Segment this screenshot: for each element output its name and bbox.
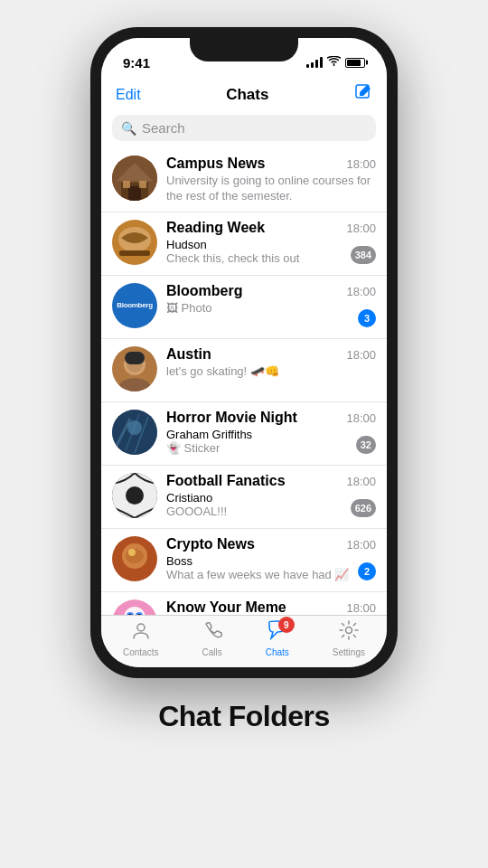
avatar-bloomberg: Bloomberg (112, 283, 157, 328)
chat-name: Crypto News (166, 536, 255, 552)
avatar-meme (112, 599, 157, 615)
chat-preview: GOOOAL!!! (166, 505, 376, 518)
avatar-campus-news (112, 156, 157, 201)
phone-screen: 9:41 Edit (101, 38, 387, 667)
avatar-austin (112, 346, 157, 392)
chat-content-bloomberg: Bloomberg 18:00 🖼 Photo (166, 283, 376, 315)
chat-content-football: Football Fanatics 18:00 Cristiano GOOOAL… (166, 473, 376, 518)
chat-item-campus-news[interactable]: Campus News 18:00 University is going to… (101, 148, 387, 212)
settings-icon (339, 620, 359, 646)
chat-time: 18:00 (346, 222, 376, 235)
signal-icon (306, 57, 323, 68)
nav-header: Edit Chats (101, 78, 387, 111)
chat-name: Austin (166, 346, 211, 363)
svg-rect-6 (139, 181, 146, 188)
battery-icon (345, 58, 365, 68)
status-time: 9:41 (123, 55, 150, 71)
tab-calls-label: Calls (202, 647, 221, 657)
tab-chats-label: Chats (266, 647, 289, 657)
chat-preview: let's go skating! 🛹👊 (166, 364, 376, 378)
avatar-horror (112, 410, 157, 455)
chat-item-austin[interactable]: Austin 18:00 let's go skating! 🛹👊 (101, 339, 387, 402)
chat-time: 18:00 (346, 601, 376, 615)
avatar-reading-week (112, 220, 157, 265)
tab-contacts[interactable]: Contacts (123, 620, 158, 657)
chat-time: 18:00 (346, 475, 376, 488)
svg-rect-4 (128, 186, 141, 201)
tab-calls[interactable]: Calls (202, 620, 221, 657)
chat-preview: 👻 Sticker (166, 441, 376, 455)
svg-rect-9 (119, 250, 150, 256)
chat-time: 18:00 (346, 411, 376, 425)
chat-preview: What a few weeks we have had 📈 (166, 568, 376, 581)
chat-content-austin: Austin 18:00 let's go skating! 🛹👊 (166, 346, 376, 378)
phone-shell: 9:41 Edit (90, 27, 398, 678)
chat-badge: 2 (358, 562, 376, 580)
tab-settings[interactable]: Settings (333, 620, 365, 657)
chat-name: Know Your Meme (166, 599, 286, 615)
tab-contacts-label: Contacts (123, 647, 158, 657)
chat-name: Football Fanatics (166, 473, 286, 489)
tab-bar: Contacts Calls 9 Chats (101, 615, 387, 667)
chat-badge: 3 (358, 309, 376, 327)
chat-list: Campus News 18:00 University is going to… (101, 148, 387, 615)
svg-rect-14 (125, 352, 145, 364)
compose-button[interactable] (354, 83, 372, 106)
chat-sender: Graham Griffiths (166, 428, 376, 441)
svg-point-27 (128, 549, 136, 556)
chat-time: 18:00 (346, 285, 376, 298)
chat-content-horror: Horror Movie Night 18:00 Graham Griffith… (166, 410, 376, 455)
chat-time: 18:00 (346, 157, 376, 171)
chat-content-reading-week: Reading Week 18:00 Hudson Check this, ch… (166, 220, 376, 265)
status-icons (306, 56, 365, 69)
contacts-icon (131, 620, 151, 646)
chat-time: 18:00 (346, 538, 376, 552)
avatar-football (112, 473, 157, 518)
chat-item-bloomberg[interactable]: Bloomberg Bloomberg 18:00 🖼 Photo 3 (101, 276, 387, 339)
chat-badge: 384 (351, 246, 376, 264)
chat-name: Horror Movie Night (166, 410, 297, 426)
chat-sender: Boss (166, 554, 376, 568)
chat-badge: 626 (351, 499, 376, 517)
chat-sender: Hudson (166, 238, 376, 251)
search-bar[interactable]: 🔍 Search (112, 115, 376, 141)
page-footer-text: Chat Folders (158, 700, 330, 733)
chat-preview: University is going to online courses fo… (166, 174, 376, 204)
search-icon: 🔍 (121, 121, 136, 136)
svg-point-20 (127, 420, 142, 435)
chat-item-horror[interactable]: Horror Movie Night 18:00 Graham Griffith… (101, 402, 387, 466)
svg-rect-5 (123, 181, 130, 188)
chat-content-meme: Know Your Meme 18:00 Hironaka Hiroe 🐦 Po… (166, 599, 376, 615)
tab-chats[interactable]: 9 Chats (266, 620, 289, 657)
chat-name: Campus News (166, 156, 265, 172)
tab-settings-label: Settings (333, 647, 365, 657)
chat-preview: 🖼 Photo (166, 301, 376, 315)
chat-badge: 32 (356, 436, 376, 454)
chats-icon: 9 (267, 620, 287, 646)
chat-item-meme[interactable]: Know Your Meme 18:00 Hironaka Hiroe 🐦 Po… (101, 592, 387, 615)
svg-point-35 (137, 624, 145, 631)
page-title: Chats (226, 86, 268, 104)
edit-button[interactable]: Edit (116, 87, 141, 103)
search-placeholder: Search (142, 120, 185, 136)
chat-name: Bloomberg (166, 283, 242, 299)
chat-content-crypto: Crypto News 18:00 Boss What a few weeks … (166, 536, 376, 581)
chat-name: Reading Week (166, 220, 265, 236)
chat-item-reading-week[interactable]: Reading Week 18:00 Hudson Check this, ch… (101, 212, 387, 276)
calls-icon (202, 620, 222, 646)
chat-content-campus-news: Campus News 18:00 University is going to… (166, 156, 376, 204)
chat-preview: Check this, check this out (166, 251, 376, 265)
wifi-icon (327, 56, 341, 69)
chat-item-crypto[interactable]: Crypto News 18:00 Boss What a few weeks … (101, 529, 387, 592)
chat-item-football[interactable]: Football Fanatics 18:00 Cristiano GOOOAL… (101, 466, 387, 529)
chat-sender: Cristiano (166, 491, 376, 505)
notch (190, 38, 298, 61)
avatar-crypto (112, 536, 157, 581)
svg-point-36 (345, 627, 352, 634)
chat-time: 18:00 (346, 348, 376, 362)
chats-badge: 9 (278, 617, 295, 633)
